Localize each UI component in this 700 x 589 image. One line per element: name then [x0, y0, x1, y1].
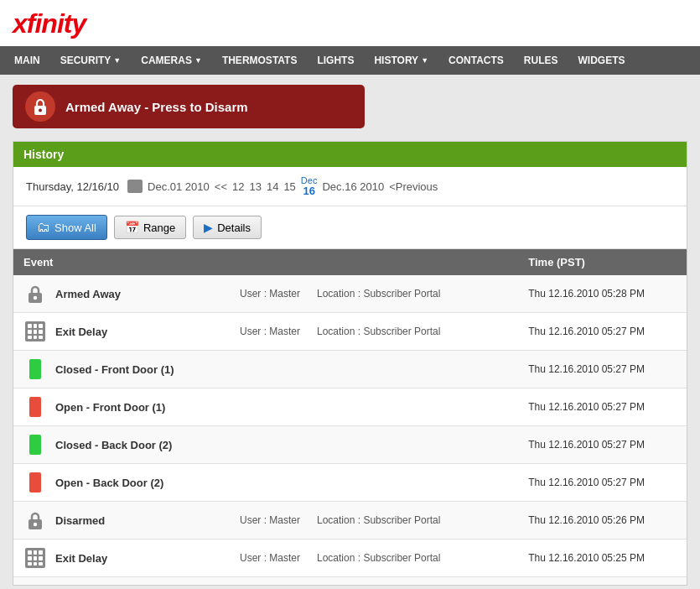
time-cell: Thu 12.16.2010 05:25 PM	[518, 539, 687, 577]
nav-lights[interactable]: LIGHTS	[307, 46, 364, 75]
history-dropdown-arrow: ▼	[421, 56, 428, 65]
day-link-13[interactable]: 13	[249, 180, 261, 193]
table-body: Armed Away User : Master Location : Subs…	[13, 275, 687, 585]
table-row: Open - Front Door (1) Thu 12.16.2010 05:…	[13, 388, 687, 426]
event-column-header: Event	[13, 249, 518, 275]
lock-icon	[23, 282, 47, 305]
table-row: Closed - Back Door (2) Thu 12.16.2010 05…	[13, 426, 687, 464]
event-meta: User : Master Location : Subscriber Port…	[240, 326, 440, 337]
event-meta: User : Master Location : Subscriber Port…	[240, 288, 440, 300]
time-cell: Thu 12.16.2010 05:27 PM	[518, 313, 687, 351]
armed-away-label: Armed Away - Press to Disarm	[65, 100, 248, 114]
sensor-red-icon	[23, 471, 47, 494]
event-cell: Closed - Front Door (1)	[13, 351, 518, 388]
event-table: Event Time (PST) Armed Away User : Mas	[13, 249, 687, 585]
day-link-12[interactable]: 12	[232, 180, 244, 193]
event-cell: Disarmed User : Master Location : Subscr…	[13, 577, 518, 586]
time-cell: Thu 12.16.2010 03:57 PM	[518, 577, 687, 586]
event-name: Closed - Back Door (2)	[55, 439, 223, 451]
keypad-icon	[23, 546, 47, 570]
header: xfinity	[0, 0, 700, 46]
range-button[interactable]: 📅 Range	[114, 216, 186, 239]
date-start[interactable]: Dec.01 2010	[148, 180, 210, 193]
filter-row: 🗂 Show All 📅 Range ▶ Details	[13, 206, 687, 249]
nav-back-button[interactable]: <<	[215, 180, 227, 193]
event-location: Location : Subscriber Portal	[317, 552, 440, 564]
nav-thermostats[interactable]: THERMOSTATS	[212, 46, 308, 75]
event-name: Open - Back Door (2)	[55, 477, 223, 489]
details-icon: ▶	[204, 221, 213, 234]
date-end[interactable]: Dec.16 2010	[322, 180, 384, 193]
nav-prev-button[interactable]: <Previous	[389, 180, 438, 193]
event-cell: Disarmed User : Master Location : Subscr…	[13, 502, 518, 539]
nav-contacts[interactable]: CONTACTS	[438, 46, 514, 75]
table-row: Disarmed User : Master Location : Subscr…	[13, 577, 687, 586]
nav-main[interactable]: MAIN	[4, 46, 50, 75]
sensor-red-icon	[23, 395, 47, 419]
nav-history[interactable]: HISTORY ▼	[364, 46, 438, 75]
event-location: Location : Subscriber Portal	[317, 326, 440, 337]
nav-rules[interactable]: RULES	[514, 46, 568, 75]
event-user: User : Master	[240, 288, 300, 300]
event-cell: Closed - Back Door (2)	[13, 426, 518, 464]
event-name: Exit Delay	[55, 326, 223, 338]
table-row: Exit Delay User : Master Location : Subs…	[13, 313, 687, 351]
armed-away-button[interactable]: Armed Away - Press to Disarm	[13, 85, 365, 128]
time-column-header: Time (PST)	[518, 249, 687, 275]
table-header-row: Event Time (PST)	[13, 249, 687, 275]
event-meta: User : Master Location : Subscriber Port…	[240, 552, 440, 564]
time-cell: Thu 12.16.2010 05:26 PM	[518, 502, 687, 539]
calendar-icon[interactable]	[127, 180, 143, 193]
nav-cameras[interactable]: CAMERAS ▼	[131, 46, 212, 75]
event-table-wrapper[interactable]: Event Time (PST) Armed Away User : Mas	[13, 249, 687, 585]
svg-point-1	[39, 109, 42, 112]
day-link-16-active[interactable]: 16	[303, 185, 314, 197]
event-user: User : Master	[240, 326, 300, 337]
history-header: History	[13, 142, 687, 167]
event-cell: Exit Delay User : Master Location : Subs…	[13, 313, 518, 351]
event-location: Location : Subscriber Portal	[317, 288, 440, 300]
logo: xfinity	[13, 8, 687, 39]
lock-icon	[25, 91, 55, 122]
table-row: Armed Away User : Master Location : Subs…	[13, 275, 687, 313]
lock-icon	[23, 508, 47, 532]
event-cell: Exit Delay User : Master Location : Subs…	[13, 539, 518, 577]
show-all-icon: 🗂	[37, 220, 50, 235]
day-link-14[interactable]: 14	[267, 180, 278, 193]
cameras-dropdown-arrow: ▼	[194, 56, 202, 65]
security-dropdown-arrow: ▼	[113, 56, 121, 65]
svg-point-3	[34, 296, 37, 300]
event-cell: Open - Front Door (1)	[13, 388, 518, 426]
show-all-button[interactable]: 🗂 Show All	[26, 215, 107, 240]
content-area: Armed Away - Press to Disarm History Thu…	[0, 75, 700, 589]
day-link-15[interactable]: 15	[283, 180, 295, 193]
table-row: Exit Delay User : Master Location : Subs…	[13, 539, 687, 577]
lock-icon	[23, 584, 47, 585]
table-row: Closed - Front Door (1) Thu 12.16.2010 0…	[13, 351, 687, 388]
event-user: User : Master	[240, 552, 300, 564]
svg-point-5	[34, 523, 37, 526]
sensor-green-icon	[23, 357, 47, 381]
event-name: Open - Front Door (1)	[55, 401, 223, 414]
range-icon: 📅	[125, 221, 139, 234]
current-date: Thursday, 12/16/10	[26, 180, 119, 193]
time-cell: Thu 12.16.2010 05:27 PM	[518, 464, 687, 502]
event-name: Exit Delay	[55, 552, 223, 565]
event-meta: User : Master Location : Subscriber Port…	[240, 514, 440, 526]
event-name: Disarmed	[55, 514, 223, 527]
history-panel: History Thursday, 12/16/10 Dec.01 2010 <…	[13, 141, 687, 586]
event-name: Armed Away	[55, 288, 223, 300]
event-name: Closed - Front Door (1)	[55, 363, 223, 376]
event-cell: Armed Away User : Master Location : Subs…	[13, 275, 518, 313]
nav-bar: MAIN SECURITY ▼ CAMERAS ▼ THERMOSTATS LI…	[0, 46, 700, 75]
time-cell: Thu 12.16.2010 05:27 PM	[518, 426, 687, 464]
event-user: User : Master	[240, 514, 300, 526]
table-row: Disarmed User : Master Location : Subscr…	[13, 502, 687, 539]
event-location: Location : Subscriber Portal	[317, 514, 440, 526]
nav-security[interactable]: SECURITY ▼	[50, 46, 132, 75]
nav-widgets[interactable]: WIDGETS	[568, 46, 635, 75]
details-button[interactable]: ▶ Details	[193, 216, 262, 239]
keypad-icon	[23, 320, 47, 343]
sensor-green-icon	[23, 433, 47, 456]
time-cell: Thu 12.16.2010 05:27 PM	[518, 351, 687, 388]
